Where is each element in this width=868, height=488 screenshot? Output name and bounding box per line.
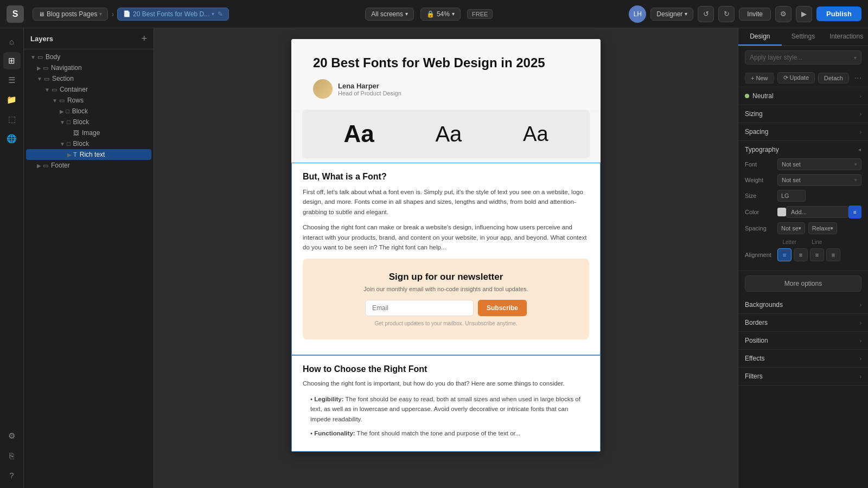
size-label: Size xyxy=(745,192,777,199)
undo-btn[interactable]: ↺ xyxy=(698,6,714,22)
typography-header[interactable]: Typography ▾ xyxy=(738,141,868,158)
sizing-header[interactable]: Sizing › xyxy=(738,105,868,123)
tab-settings[interactable]: Settings xyxy=(782,28,825,46)
add-layer-btn[interactable]: + xyxy=(141,34,147,43)
font-select[interactable]: Not set ▾ xyxy=(777,158,861,170)
all-screens-btn[interactable]: All screens ▾ xyxy=(365,8,414,21)
align-right-btn[interactable]: ≡ xyxy=(810,248,824,261)
align-justify-btn[interactable]: ≡ xyxy=(826,248,840,261)
typography-title: Typography xyxy=(745,146,779,153)
borders-chevron-icon: › xyxy=(860,320,861,326)
more-dots-btn[interactable]: ··· xyxy=(854,73,861,83)
neutral-header[interactable]: Neutral › xyxy=(738,87,868,105)
frame-icon: ▭ xyxy=(52,86,57,93)
backgrounds-chevron-icon: › xyxy=(860,302,861,308)
color-blue-btn[interactable]: ≡ xyxy=(848,206,861,219)
layer-body[interactable]: ▼ ▭ Body xyxy=(26,52,151,62)
position-title: Position xyxy=(745,337,768,344)
play-btn[interactable]: ▶ xyxy=(796,6,812,22)
publish-button[interactable]: Publish xyxy=(816,7,861,21)
layer-block-1[interactable]: ▶ □ Block xyxy=(26,106,151,117)
image-icon: 🖼 xyxy=(73,130,79,136)
letter-sublabel: Letter xyxy=(777,239,802,245)
left-icon-bar: ⌂ ⊞ ☰ 📁 ⬚ 🌐 ⚙ ⎘ ? xyxy=(0,28,24,488)
color-add-btn[interactable]: Add... xyxy=(786,206,848,218)
borders-header[interactable]: Borders › xyxy=(738,314,868,331)
layer-rich-text[interactable]: ▶ T Rich text xyxy=(26,149,151,160)
backgrounds-header[interactable]: Backgrounds › xyxy=(738,296,868,313)
more-options-btn[interactable]: More options xyxy=(745,275,861,292)
position-chevron-icon: › xyxy=(860,338,861,344)
layer-image[interactable]: ▶ 🖼 Image xyxy=(26,127,151,138)
layer-block1-label: Block xyxy=(72,107,88,115)
layer-arrow-icon: ▶ xyxy=(60,108,64,114)
line-sublabel: Line xyxy=(805,239,829,245)
layer-block-3[interactable]: ▼ □ Block xyxy=(26,138,151,149)
layer-section[interactable]: ▼ ▭ Section xyxy=(26,73,151,84)
layer-navigation[interactable]: ▶ ▭ Navigation xyxy=(26,62,151,73)
effects-title: Effects xyxy=(745,355,764,362)
update-style-btn[interactable]: ⟳ Update xyxy=(777,72,815,84)
typography-section: Typography ▾ Font Not set ▾ xyxy=(738,141,868,271)
settings-icon-btn[interactable]: ⚙ xyxy=(775,6,792,22)
canvas-area: 20 Best Fonts for Web Design in 2025 Len… xyxy=(154,28,738,488)
layer-arrow-icon: ▼ xyxy=(37,76,42,82)
email-input[interactable] xyxy=(365,300,474,316)
layer-block-2[interactable]: ▼ □ Block xyxy=(26,117,151,127)
home-icon-btn[interactable]: ⌂ xyxy=(3,33,21,50)
designer-mode-btn[interactable]: Designer ▾ xyxy=(650,8,693,21)
help-icon-btn[interactable]: ? xyxy=(3,466,21,484)
align-left-btn[interactable]: ≡ xyxy=(777,248,792,261)
layer-style-select[interactable]: Apply layer style... ▾ xyxy=(745,50,861,65)
blog-article-title: 20 Best Fonts for Web Design in 2025 xyxy=(313,55,579,70)
neutral-title: Neutral xyxy=(745,92,774,100)
free-badge: FREE xyxy=(467,9,493,19)
effects-header[interactable]: Effects › xyxy=(738,350,868,367)
author-avatar-image xyxy=(313,79,333,99)
redo-btn[interactable]: ↻ xyxy=(718,6,735,22)
layer-footer[interactable]: ▶ ▭ Footer xyxy=(26,160,151,171)
effects-chevron-icon: › xyxy=(860,356,861,362)
line-spacing-select[interactable]: Relaxe ▾ xyxy=(808,222,837,234)
layer-richtext-label: Rich text xyxy=(80,151,105,158)
frame-icon: ▭ xyxy=(44,75,49,82)
cms-icon-btn[interactable]: ⬚ xyxy=(3,111,21,128)
breadcrumb-current-page[interactable]: 📄 20 Best Fonts for Web D... ▾ ✎ xyxy=(117,8,229,21)
weight-value: Not set xyxy=(782,177,801,183)
bullet2-label: Functionality: xyxy=(314,430,355,436)
invite-btn[interactable]: Invite xyxy=(739,8,771,21)
weight-select[interactable]: Not set ▾ xyxy=(777,174,861,186)
weight-row: Weight Not set ▾ xyxy=(745,174,861,186)
section2-heading: How to Choose the Right Font xyxy=(303,364,589,374)
letter-spacing-select[interactable]: Not se ▾ xyxy=(777,222,805,234)
copy-icon-btn[interactable]: ⎘ xyxy=(3,447,21,464)
layer-body-label: Body xyxy=(46,53,60,61)
filters-header[interactable]: Filters › xyxy=(738,368,868,385)
breadcrumb-blog-posts[interactable]: 🖥 Blog posts Pages ▾ xyxy=(33,8,108,21)
filters-section: Filters › xyxy=(738,368,868,386)
zoom-btn[interactable]: 🔒 54% ▾ xyxy=(420,8,461,21)
detach-style-btn[interactable]: Detach xyxy=(818,73,849,84)
layers-icon-btn[interactable]: ⊞ xyxy=(3,52,21,69)
position-header[interactable]: Position › xyxy=(738,332,868,349)
assets-icon-btn[interactable]: 📁 xyxy=(3,91,21,108)
layer-rows[interactable]: ▼ ▭ Rows xyxy=(26,95,151,106)
bullet1-label: Legibility: xyxy=(314,396,343,402)
globe-icon-btn[interactable]: 🌐 xyxy=(3,130,21,147)
new-style-btn[interactable]: + New xyxy=(745,73,774,84)
pages-icon-btn[interactable]: ☰ xyxy=(3,72,21,89)
align-center-btn[interactable]: ≡ xyxy=(794,248,808,261)
tab-design[interactable]: Design xyxy=(738,28,782,46)
newsletter-note: Get product updates to your mailbox. Uns… xyxy=(314,320,578,326)
size-select[interactable]: LG xyxy=(777,190,806,202)
layer-container[interactable]: ▼ ▭ Container xyxy=(26,84,151,95)
typography-chevron-icon: ▾ xyxy=(857,149,863,151)
gear-icon-btn[interactable]: ⚙ xyxy=(3,427,21,445)
tab-interactions[interactable]: Interactions xyxy=(825,28,868,46)
subscribe-button[interactable]: Subscribe xyxy=(478,300,527,316)
layer-container-label: Container xyxy=(60,86,88,93)
blog-header: 20 Best Fonts for Web Design in 2025 Len… xyxy=(291,39,601,110)
content-section-1: But, What is a Font? First off, let's ta… xyxy=(291,163,601,355)
frame-icon: ▭ xyxy=(43,65,48,72)
spacing-header[interactable]: Spacing › xyxy=(738,123,868,140)
